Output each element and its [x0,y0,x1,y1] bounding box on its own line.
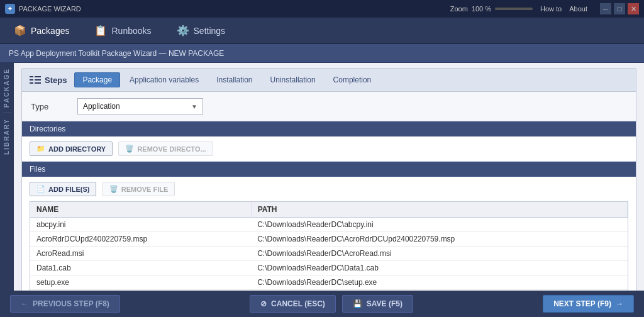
col-header-path: PATH [251,202,627,218]
add-files-button[interactable]: 📄 ADD FILE(S) [30,182,96,196]
cancel-icon: ⊘ [260,299,267,308]
packages-icon: 📦 [14,25,26,36]
tab-package[interactable]: Package [74,72,120,87]
file-path-cell: C:\Downloads\ReaderDC\abcpy.ini [251,218,627,232]
save-icon: 💾 [353,299,362,308]
type-value: Application [83,102,120,111]
svg-rect-3 [35,76,41,77]
prev-arrow-icon: ← [21,299,28,308]
directories-section-header: Directories [22,121,636,136]
breadcrumb: PS App Deployment Toolkit Package Wizard… [0,44,644,63]
sidebar-label-package: PACKAGE [3,68,11,108]
remove-file-label: REMOVE FILE [121,186,169,193]
remove-directory-label: REMOVE DIRECTO... [137,145,206,153]
file-name-cell: AcroRead.msi [30,247,251,261]
sidebar: PACKAGE LIBRARY [0,63,14,291]
files-title: Files [30,165,45,174]
close-button[interactable]: ✕ [628,3,639,14]
file-path-cell: C:\Downloads\ReaderDC\AcroRead.msi [251,247,627,261]
nav-item-settings[interactable]: ⚙️ Settings [172,22,231,39]
type-select[interactable]: Application ▼ [77,98,203,114]
file-path-cell: C:\Downloads\ReaderDC\setup.ini [251,290,627,291]
zoom-area: Zoom 100 % [450,5,533,13]
save-button[interactable]: 💾 SAVE (F5) [342,295,413,313]
runbooks-icon: 📋 [94,25,107,36]
file-name-cell: AcroRdrDCUpd2400220759.msp [30,232,251,247]
files-table-body: abcpy.iniC:\Downloads\ReaderDC\abcpy.ini… [30,218,628,291]
svg-rect-1 [30,79,33,81]
nav-item-packages[interactable]: 📦 Packages [9,22,74,39]
files-section-header: Files [22,162,636,177]
table-row[interactable]: abcpy.iniC:\Downloads\ReaderDC\abcpy.ini [30,218,628,232]
nav-item-runbooks[interactable]: 📋 Runbooks [89,22,156,39]
zoom-slider[interactable] [495,8,533,10]
add-directory-button[interactable]: 📁 ADD DIRECTORY [30,142,113,156]
type-row: Type Application ▼ [22,92,636,121]
table-row[interactable]: setup.iniC:\Downloads\ReaderDC\setup.ini [30,290,628,291]
files-section-body: 📄 ADD FILE(S) 🗑️ REMOVE FILE NAME PAT [22,177,636,291]
table-row[interactable]: Data1.cabC:\Downloads\ReaderDC\Data1.cab [30,261,628,275]
title-bar: ✦ PACKAGE WIZARD Zoom 100 % How to About… [0,0,644,18]
tab-app-variables[interactable]: Application variables [121,72,207,87]
prev-step-label: PREVIOUS STEP (F8) [33,299,109,308]
save-label: SAVE (F5) [367,299,402,308]
title-bar-left: ✦ PACKAGE WIZARD [5,4,81,14]
about-link[interactable]: About [569,5,587,13]
remove-file-button[interactable]: 🗑️ REMOVE FILE [103,182,175,196]
add-files-icon: 📄 [36,185,45,193]
main-area: Steps Package Application variables Inst… [14,63,644,291]
steps-header: Steps Package Application variables Inst… [22,69,636,92]
directories-section: Directories 📁 ADD DIRECTORY 🗑️ REMOVE DI… [22,121,636,162]
table-row[interactable]: AcroRdrDCUpd2400220759.mspC:\Downloads\R… [30,232,628,247]
nav-bar: 📦 Packages 📋 Runbooks ⚙️ Settings [0,18,644,44]
steps-title-text: Steps [45,75,67,85]
file-path-cell: C:\Downloads\ReaderDC\AcroRdrDCUpd240022… [251,232,627,247]
app-title: PACKAGE WIZARD [19,5,81,13]
file-name-cell: Data1.cab [30,261,251,275]
table-row[interactable]: setup.exeC:\Downloads\ReaderDC\setup.exe [30,275,628,290]
svg-rect-4 [35,79,41,81]
how-to-link[interactable]: How to [540,5,562,13]
nav-label-packages: Packages [31,26,69,36]
cancel-label: CANCEL (ESC) [271,299,325,308]
nav-label-settings: Settings [194,26,226,36]
footer: ← PREVIOUS STEP (F8) ⊘ CANCEL (ESC) 💾 SA… [0,291,644,317]
sidebar-label-library: LIBRARY [3,118,11,155]
type-label: Type [31,102,69,111]
tab-uninstallation[interactable]: Uninstallation [262,72,324,87]
directories-section-body: 📁 ADD DIRECTORY 🗑️ REMOVE DIRECTO... [22,136,636,161]
app-icon: ✦ [5,4,15,14]
zoom-label: Zoom [450,5,468,13]
svg-rect-5 [35,82,41,84]
files-table-header: NAME PATH [30,202,628,218]
settings-icon: ⚙️ [177,25,189,36]
sidebar-divider [3,113,11,113]
title-bar-right: Zoom 100 % How to About ─ □ ✕ [450,3,639,14]
remove-directory-button[interactable]: 🗑️ REMOVE DIRECTO... [118,142,213,156]
select-arrow-icon: ▼ [191,103,197,110]
tab-completion[interactable]: Completion [325,72,380,87]
next-step-button[interactable]: NEXT STEP (F9) → [543,295,634,313]
maximize-button[interactable]: □ [614,3,625,14]
file-path-cell: C:\Downloads\ReaderDC\setup.exe [251,275,627,290]
prev-step-button[interactable]: ← PREVIOUS STEP (F8) [10,295,120,313]
minimize-button[interactable]: ─ [600,3,611,14]
steps-title: Steps [30,75,67,85]
zoom-value: 100 % [472,5,491,13]
file-path-cell: C:\Downloads\ReaderDC\Data1.cab [251,261,627,275]
file-name-cell: abcpy.ini [30,218,251,232]
footer-center-buttons: ⊘ CANCEL (ESC) 💾 SAVE (F5) [250,295,413,313]
cancel-button[interactable]: ⊘ CANCEL (ESC) [250,295,336,313]
file-name-cell: setup.exe [30,275,251,290]
tab-installation[interactable]: Installation [208,72,260,87]
svg-rect-0 [30,76,33,77]
remove-directory-icon: 🗑️ [125,145,134,153]
steps-icon [30,75,41,84]
window-controls: ─ □ ✕ [600,3,639,14]
table-row[interactable]: AcroRead.msiC:\Downloads\ReaderDC\AcroRe… [30,247,628,261]
svg-rect-2 [30,82,33,84]
remove-file-icon: 🗑️ [109,185,118,193]
directories-title: Directories [30,125,65,133]
steps-panel: Steps Package Application variables Inst… [21,68,636,291]
nav-label-runbooks: Runbooks [111,26,151,36]
